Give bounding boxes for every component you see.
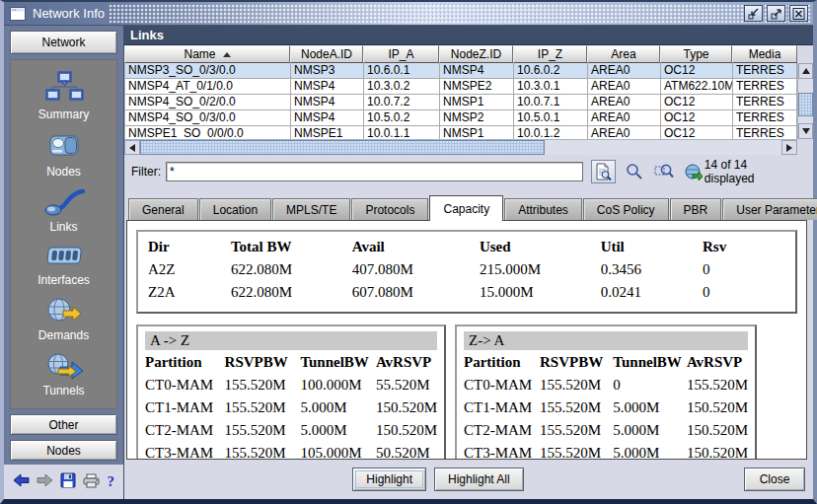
sidebar-item-label: Tunnels (42, 384, 84, 397)
tab-cos-policy[interactable]: CoS Policy (583, 198, 669, 220)
triangle-up-icon (802, 68, 810, 74)
filter-input[interactable] (166, 162, 583, 181)
column-header-name[interactable]: Name (124, 45, 290, 63)
save-icon (60, 472, 76, 488)
column-header-area[interactable]: Area (587, 45, 660, 63)
triangle-left-icon (129, 144, 135, 152)
vertical-scrollbar[interactable] (797, 63, 813, 139)
vertical-scroll-thumb[interactable] (798, 93, 813, 116)
window-title: Network Info (33, 6, 105, 21)
forward-button[interactable] (37, 473, 53, 490)
title-bar[interactable]: Network Info (4, 2, 813, 26)
column-header-ip-z[interactable]: IP_Z (513, 45, 587, 63)
sidebar: Network (4, 26, 124, 499)
tab-pbr[interactable]: PBR (670, 198, 722, 220)
demands-icon (41, 296, 85, 325)
table-row[interactable]: NMSP4_AT_0/1/0.0NMSP4 10.3.0.2NMSPE2 10.… (125, 79, 797, 95)
close-dialog-button[interactable]: Close (744, 468, 805, 491)
globe-arrow-icon (684, 163, 703, 180)
find-in-list-button[interactable] (591, 160, 616, 183)
nodes-bottom-button[interactable]: Nodes (10, 440, 117, 461)
sidebar-item-demands[interactable]: Demands (38, 296, 89, 342)
minimize-button[interactable] (744, 5, 763, 22)
window-icon (10, 7, 26, 21)
zoom-search-button[interactable] (624, 161, 645, 182)
column-header-ip-a[interactable]: IP_A (363, 45, 439, 63)
tunnels-icon (42, 351, 86, 381)
a2z-partition-panel: A -> Z PartitionRSVPBW TunnelBWAvRSVP CT… (136, 324, 446, 460)
close-icon (792, 8, 805, 20)
network-button[interactable]: Network (10, 31, 117, 54)
table-row[interactable]: NMSP4_SO_0/3/0.0NMSP4 10.5.0.2NMSP2 10.5… (125, 110, 797, 126)
titlebar-texture (109, 4, 811, 23)
scroll-right-button[interactable] (781, 140, 797, 155)
summary-row-a2z: A2Z622.080M 407.080M215.000M 0.34560 (148, 258, 785, 281)
links-panel-title: Links (124, 26, 813, 45)
column-header-nodez-id[interactable]: NodeZ.ID (439, 45, 513, 63)
sidebar-item-label: Demands (38, 328, 89, 342)
triangle-right-icon (786, 144, 792, 152)
column-header-nodea-id[interactable]: NodeA.ID (290, 45, 363, 63)
tab-protocols[interactable]: Protocols (351, 198, 428, 220)
globe-go-button[interactable] (683, 161, 705, 182)
interfaces-icon (41, 243, 85, 270)
highlight-all-button[interactable]: Highlight All (434, 468, 524, 491)
sidebar-item-interfaces[interactable]: Interfaces (37, 243, 90, 287)
back-arrow-icon (13, 473, 30, 487)
vertical-scroll-track[interactable] (798, 79, 813, 123)
forward-arrow-icon (37, 473, 53, 487)
z2a-row: CT2-MAM155.520M 5.000M150.520M (464, 419, 748, 442)
sidebar-item-tunnels[interactable]: Tunnels (42, 351, 86, 397)
other-button[interactable]: Other (10, 414, 117, 435)
filter-status: 14 of 14 displayed (705, 158, 800, 185)
tab-mpls-te[interactable]: MPLS/TE (272, 198, 350, 220)
a2z-row: CT2-MAM155.520M 5.000M150.520M (145, 419, 437, 442)
z2a-partition-panel: Z-> A PartitionRSVPBW TunnelBWAvRSVP CT0… (455, 324, 757, 460)
links-icon (42, 187, 86, 217)
sidebar-item-summary[interactable]: Summary (38, 71, 89, 121)
back-button[interactable] (13, 473, 30, 490)
tab-location[interactable]: Location (199, 198, 271, 220)
tab-attributes[interactable]: Attributes (504, 198, 582, 220)
network-info-window: Network Info (0, 0, 817, 504)
links-table-rows: NMSP3_SO_0/3/0.0NMSP3 10.6.0.1NMSP4 10.6… (124, 63, 797, 139)
print-button[interactable] (83, 473, 100, 491)
save-button[interactable] (60, 472, 76, 491)
minimize-icon (747, 8, 760, 20)
sidebar-item-links[interactable]: Links (42, 187, 86, 234)
column-header-type[interactable]: Type (660, 45, 732, 63)
zoom-region-button[interactable] (653, 161, 675, 182)
capacity-summary-table: DirTotal BW AvailUsed UtilRsv A2Z622.080… (136, 230, 797, 314)
table-row[interactable]: NMSPE1_SO_0/0/0.0NMSPE1 10.0.1.1NMSP1 10… (125, 126, 797, 139)
close-button[interactable] (789, 5, 808, 22)
sidebar-item-nodes[interactable]: Nodes (42, 130, 86, 179)
table-row[interactable]: NMSP3_SO_0/3/0.0NMSP3 10.6.0.1NMSP4 10.6… (125, 63, 797, 79)
table-row[interactable]: NMSP4_SO_0/2/0.0NMSP4 10.0.7.2NMSP1 10.0… (125, 95, 797, 110)
triangle-down-icon (802, 128, 810, 134)
footer-bar: Highlight Highlight All Close (124, 460, 813, 499)
document-search-icon (595, 163, 612, 180)
filter-label: Filter: (131, 165, 161, 179)
horizontal-scroll-thumb[interactable] (140, 140, 545, 155)
maximize-button[interactable] (767, 5, 785, 22)
scroll-up-button[interactable] (798, 63, 813, 79)
z2a-row: CT0-MAM155.520M 0155.520M (464, 374, 748, 396)
a2z-row: CT0-MAM155.520M 100.000M55.520M (145, 374, 437, 396)
column-header-media[interactable]: Media (732, 45, 797, 63)
tab-capacity[interactable]: Capacity (429, 195, 503, 221)
tab-general[interactable]: General (128, 198, 198, 220)
z2a-row: CT3-MAM155.520M 5.000M150.520M (464, 442, 748, 460)
scroll-left-button[interactable] (124, 140, 140, 155)
scroll-down-button[interactable] (798, 123, 813, 139)
horizontal-scroll-track[interactable] (140, 140, 781, 155)
summary-header-row: DirTotal BW AvailUsed UtilRsv (148, 236, 785, 258)
links-title-text: Links (130, 28, 164, 42)
z2a-header-row: PartitionRSVPBW TunnelBWAvRSVP (464, 351, 748, 374)
sidebar-toolbar: ? (4, 465, 123, 499)
highlight-button[interactable]: Highlight (352, 468, 426, 491)
tab-user-parameters[interactable]: User Parameters (722, 198, 817, 220)
horizontal-scrollbar[interactable] (124, 139, 797, 155)
sidebar-main: Network (4, 26, 123, 465)
a2z-row: CT3-MAM155.520M 105.000M50.520M (145, 442, 437, 460)
help-button[interactable]: ? (108, 473, 115, 490)
